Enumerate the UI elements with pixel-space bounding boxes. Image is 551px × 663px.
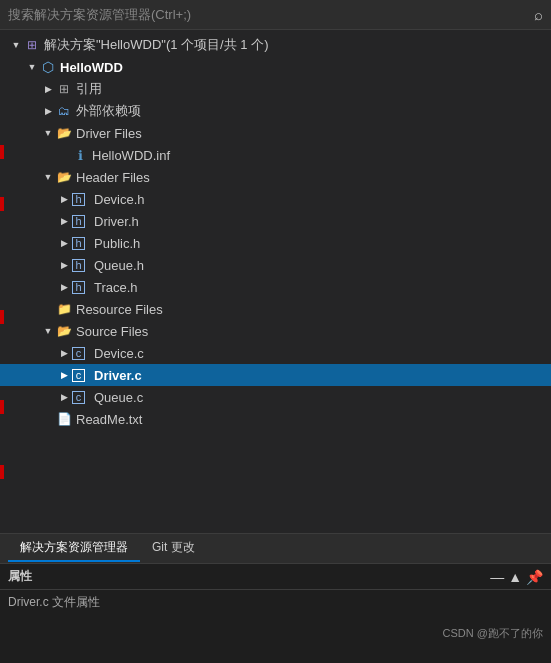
device-c-arrow (56, 345, 72, 361)
project-label: HelloWDD (60, 60, 123, 75)
extdep-row[interactable]: 🗂 外部依赖项 (0, 100, 551, 122)
driver-h-arrow (56, 213, 72, 229)
properties-icons: — ▲ 📌 (490, 569, 543, 585)
driver-c-arrow (56, 367, 72, 383)
driver-files-label: Driver Files (76, 126, 142, 141)
extdep-label: 外部依赖项 (76, 102, 141, 120)
search-button[interactable]: ⌕ (534, 6, 543, 23)
driver-h-row[interactable]: h Driver.h (0, 210, 551, 232)
pin-icon[interactable]: — ▲ 📌 (490, 569, 543, 585)
source-files-label: Source Files (76, 324, 148, 339)
tab-git-changes[interactable]: Git 更改 (140, 535, 207, 562)
search-bar: 搜索解决方案资源管理器(Ctrl+;) ⌕ (0, 0, 551, 30)
device-h-arrow (56, 191, 72, 207)
driver-files-row[interactable]: 📂 Driver Files (0, 122, 551, 144)
inf-icon: ℹ (72, 147, 88, 163)
red-marker-5 (0, 465, 4, 479)
solution-label: 解决方案"HelloWDD"(1 个项目/共 1 个) (44, 36, 268, 54)
trace-h-arrow (56, 279, 72, 295)
device-c-row[interactable]: c Device.c (0, 342, 551, 364)
driver-c-icon: c (72, 369, 85, 382)
hellowdd-inf-row[interactable]: ℹ HelloWDD.inf (0, 144, 551, 166)
device-h-label: Device.h (94, 192, 145, 207)
extdep-arrow (40, 103, 56, 119)
device-h-icon: h (72, 193, 85, 206)
header-files-row[interactable]: 📂 Header Files (0, 166, 551, 188)
queue-c-row[interactable]: c Queue.c (0, 386, 551, 408)
queue-h-row[interactable]: h Queue.h (0, 254, 551, 276)
project-arrow (24, 59, 40, 75)
ref-label: 引用 (76, 80, 102, 98)
properties-title: 属性 (8, 568, 32, 585)
header-files-icon: 📂 (56, 169, 72, 185)
queue-h-label: Queue.h (94, 258, 144, 273)
public-h-row[interactable]: h Public.h (0, 232, 551, 254)
inf-label: HelloWDD.inf (92, 148, 170, 163)
resource-files-row[interactable]: 📁 Resource Files (0, 298, 551, 320)
driver-c-label: Driver.c (94, 368, 142, 383)
properties-content: Driver.c 文件属性 (0, 590, 551, 624)
tab-solution-explorer[interactable]: 解决方案资源管理器 (8, 535, 140, 562)
readme-icon: 📄 (56, 411, 72, 427)
queue-c-label: Queue.c (94, 390, 143, 405)
tab-bar: 解决方案资源管理器 Git 更改 (0, 533, 551, 563)
properties-footer: CSDN @跑不了的你 (0, 624, 551, 643)
red-marker-4 (0, 400, 4, 414)
readme-txt-row[interactable]: 📄 ReadMe.txt (0, 408, 551, 430)
project-icon: ⬡ (40, 59, 56, 75)
device-h-row[interactable]: h Device.h (0, 188, 551, 210)
driver-files-icon: 📂 (56, 125, 72, 141)
ref-icon: ⊞ (56, 81, 72, 97)
public-h-icon: h (72, 237, 85, 250)
queue-h-icon: h (72, 259, 85, 272)
ref-row[interactable]: ⊞ 引用 (0, 78, 551, 100)
readme-label: ReadMe.txt (76, 412, 142, 427)
public-h-label: Public.h (94, 236, 140, 251)
header-files-label: Header Files (76, 170, 150, 185)
queue-c-arrow (56, 389, 72, 405)
red-marker-2 (0, 197, 4, 211)
driver-h-icon: h (72, 215, 85, 228)
red-marker-1 (0, 145, 4, 159)
driver-h-label: Driver.h (94, 214, 139, 229)
source-files-arrow (40, 323, 56, 339)
properties-header: 属性 — ▲ 📌 (0, 564, 551, 590)
solution-arrow (8, 37, 24, 53)
resource-files-label: Resource Files (76, 302, 163, 317)
trace-h-icon: h (72, 281, 85, 294)
device-c-label: Device.c (94, 346, 144, 361)
red-marker-3 (0, 310, 4, 324)
tree-container: ⊞ 解决方案"HelloWDD"(1 个项目/共 1 个) ⬡ HelloWDD… (0, 30, 551, 434)
header-files-arrow (40, 169, 56, 185)
public-h-arrow (56, 235, 72, 251)
driver-files-arrow (40, 125, 56, 141)
project-row[interactable]: ⬡ HelloWDD (0, 56, 551, 78)
solution-icon: ⊞ (24, 37, 40, 53)
solution-row[interactable]: ⊞ 解决方案"HelloWDD"(1 个项目/共 1 个) (0, 34, 551, 56)
extdep-icon: 🗂 (56, 103, 72, 119)
trace-h-label: Trace.h (94, 280, 138, 295)
properties-panel: 属性 — ▲ 📌 Driver.c 文件属性 CSDN @跑不了的你 (0, 563, 551, 643)
driver-c-row[interactable]: c Driver.c (0, 364, 551, 386)
search-placeholder: 搜索解决方案资源管理器(Ctrl+;) (8, 6, 534, 24)
trace-h-row[interactable]: h Trace.h (0, 276, 551, 298)
explorer-panel: ⊞ 解决方案"HelloWDD"(1 个项目/共 1 个) ⬡ HelloWDD… (0, 30, 551, 533)
ref-arrow (40, 81, 56, 97)
file-properties-label: Driver.c 文件属性 (8, 594, 543, 611)
device-c-icon: c (72, 347, 85, 360)
source-files-row[interactable]: 📂 Source Files (0, 320, 551, 342)
resource-files-icon: 📁 (56, 301, 72, 317)
source-files-icon: 📂 (56, 323, 72, 339)
queue-c-icon: c (72, 391, 85, 404)
queue-h-arrow (56, 257, 72, 273)
